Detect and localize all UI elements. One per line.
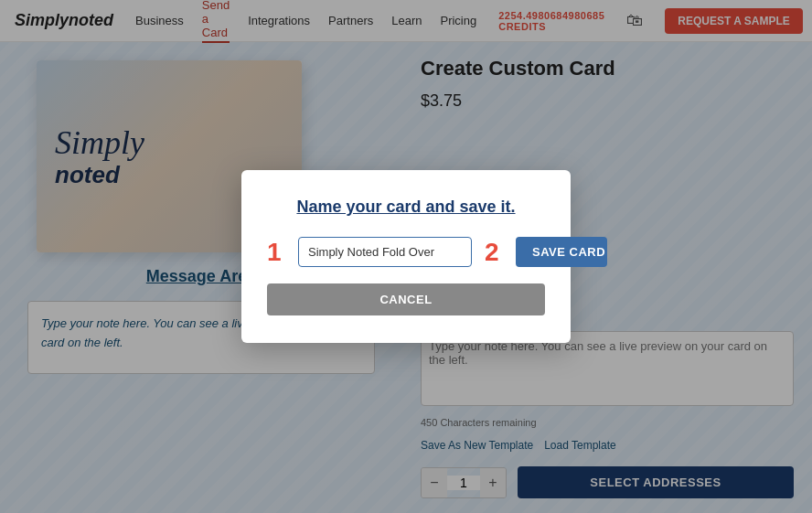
modal-title: Name your card and save it.: [267, 198, 545, 217]
card-name-input[interactable]: [298, 237, 472, 267]
save-card-button[interactable]: SAVE CARD: [516, 237, 607, 267]
step-2-number: 2: [485, 238, 503, 267]
save-card-modal: Name your card and save it. 1 2 SAVE CAR…: [241, 170, 571, 343]
step-1-number: 1: [267, 238, 285, 267]
modal-input-row: 1 2 SAVE CARD: [267, 237, 545, 267]
modal-overlay: Name your card and save it. 1 2 SAVE CAR…: [0, 0, 812, 513]
cancel-button[interactable]: CANCEL: [267, 283, 545, 315]
